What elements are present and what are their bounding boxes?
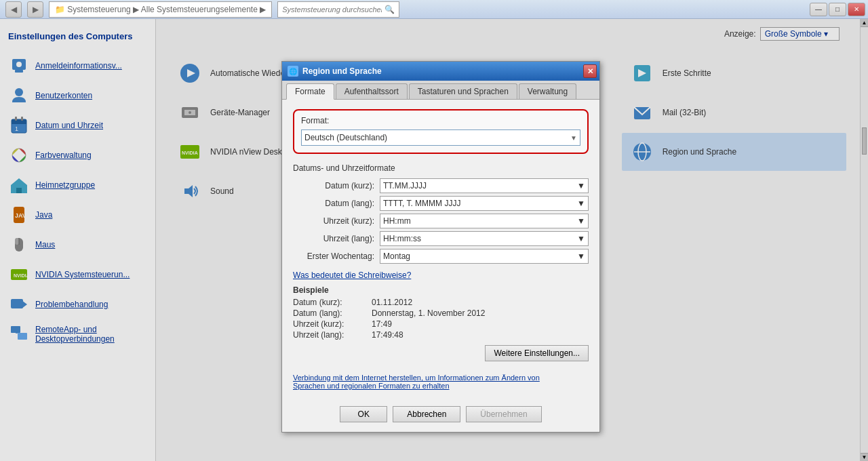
format-value: Deutsch (Deutschland) bbox=[304, 133, 387, 142]
dt-value-3: HH:mm:ss bbox=[383, 234, 421, 243]
format-select[interactable]: Deutsch (Deutschland) ▼ bbox=[301, 129, 580, 146]
example-row-0: Datum (kurz): 01.11.2012 bbox=[293, 298, 589, 307]
forward-button[interactable]: ▶ bbox=[27, 1, 43, 18]
dt-select-3[interactable]: HH:mm:ss ▼ bbox=[380, 231, 589, 246]
example-key-2: Uhrzeit (kurz): bbox=[293, 319, 361, 329]
abbrechen-button[interactable]: Abbrechen bbox=[393, 406, 460, 422]
format-arrow-icon: ▼ bbox=[570, 134, 577, 142]
address-part-1: Systemsteuerung ▶ Alle Systemsteuerungse… bbox=[67, 5, 266, 14]
format-section: Format: Deutsch (Deutschland) ▼ bbox=[293, 109, 589, 154]
dt-label-3: Uhrzeit (lang): bbox=[293, 234, 374, 243]
weiteres-row: Weitere Einstellungen... bbox=[293, 345, 589, 368]
dt-arrow-3: ▼ bbox=[577, 234, 585, 243]
search-box[interactable]: 🔍 bbox=[277, 1, 399, 18]
dt-arrow-0: ▼ bbox=[577, 181, 585, 191]
main-window: ◀ ▶ 📁 Systemsteuerung ▶ Alle Systemsteue… bbox=[0, 0, 868, 461]
search-icon: 🔍 bbox=[384, 5, 395, 14]
dialog-overlay: 🌐 Region und Sprache ✕ Formate Aufenthal… bbox=[0, 19, 868, 461]
dt-row-1: Datum (lang): TTTT, T. MMMM JJJJ ▼ bbox=[293, 196, 589, 211]
search-input[interactable] bbox=[282, 5, 382, 14]
dialog-footer: OK Abbrechen Übernehmen bbox=[282, 399, 599, 432]
dialog-titlebar-left: 🌐 Region und Sprache bbox=[288, 66, 382, 77]
dt-row-2: Uhrzeit (kurz): HH:mm ▼ bbox=[293, 214, 589, 228]
tab-aufenthalt[interactable]: Aufenthaltssort bbox=[336, 83, 408, 99]
dialog-title-icon: 🌐 bbox=[288, 66, 298, 77]
dt-arrow-4: ▼ bbox=[577, 252, 585, 261]
address-folder-icon: 📁 bbox=[55, 5, 65, 14]
region-dialog: 🌐 Region und Sprache ✕ Formate Aufenthal… bbox=[281, 61, 600, 433]
dt-select-0[interactable]: TT.MM.JJJJ ▼ bbox=[380, 178, 589, 193]
example-key-3: Uhrzeit (lang): bbox=[293, 330, 361, 340]
format-label: Format: bbox=[301, 116, 580, 125]
example-key-0: Datum (kurz): bbox=[293, 298, 361, 307]
example-val-0: 01.11.2012 bbox=[372, 298, 412, 307]
section-title: Datums- und Uhrzeitformate bbox=[293, 163, 589, 173]
example-val-1: Donnerstag, 1. November 2012 bbox=[372, 308, 485, 318]
tab-verwaltung[interactable]: Verwaltung bbox=[519, 83, 576, 99]
dt-label-2: Uhrzeit (kurz): bbox=[293, 216, 374, 226]
dialog-tabs: Formate Aufenthaltssort Tastaturen und S… bbox=[282, 81, 599, 100]
dt-label-0: Datum (kurz): bbox=[293, 181, 374, 191]
dt-value-2: HH:mm bbox=[383, 216, 411, 226]
dt-row-0: Datum (kurz): TT.MM.JJJJ ▼ bbox=[293, 178, 589, 193]
example-val-2: 17:49 bbox=[372, 319, 392, 329]
address-bar[interactable]: 📁 Systemsteuerung ▶ Alle Systemsteuerung… bbox=[49, 1, 272, 18]
dt-value-1: TTTT, T. MMMM JJJJ bbox=[383, 199, 460, 208]
ok-button[interactable]: OK bbox=[340, 406, 387, 422]
internet-link[interactable]: Verbindung mit dem Internet herstellen, … bbox=[293, 374, 589, 390]
ubernehmen-button[interactable]: Übernehmen bbox=[466, 406, 541, 422]
datetime-grid: Datum (kurz): TT.MM.JJJJ ▼ Datum (lang):… bbox=[293, 178, 589, 264]
dialog-close-button[interactable]: ✕ bbox=[583, 64, 597, 78]
dt-select-2[interactable]: HH:mm ▼ bbox=[380, 214, 589, 228]
dialog-body: Format: Deutsch (Deutschland) ▼ Datums- … bbox=[282, 100, 599, 399]
dt-arrow-2: ▼ bbox=[577, 216, 585, 226]
title-bar-controls: — □ ✕ bbox=[810, 3, 865, 16]
dt-arrow-1: ▼ bbox=[577, 199, 585, 208]
dt-value-4: Montag bbox=[383, 252, 410, 261]
minimize-button[interactable]: — bbox=[810, 3, 827, 16]
title-bar: ◀ ▶ 📁 Systemsteuerung ▶ Alle Systemsteue… bbox=[0, 0, 868, 19]
example-key-1: Datum (lang): bbox=[293, 308, 361, 318]
examples-title: Beispiele bbox=[293, 285, 589, 295]
maximize-button[interactable]: □ bbox=[829, 3, 846, 16]
dt-label-1: Datum (lang): bbox=[293, 199, 374, 208]
dialog-titlebar: 🌐 Region und Sprache ✕ bbox=[282, 62, 599, 81]
tab-formate[interactable]: Formate bbox=[286, 83, 334, 100]
main-content: Einstellungen des Computers Anmeldeinfor… bbox=[0, 19, 868, 461]
example-row-1: Datum (lang): Donnerstag, 1. November 20… bbox=[293, 308, 589, 318]
dt-select-4[interactable]: Montag ▼ bbox=[380, 249, 589, 264]
dt-row-4: Erster Wochentag: Montag ▼ bbox=[293, 249, 589, 264]
example-row-3: Uhrzeit (lang): 17:49:48 bbox=[293, 330, 589, 340]
dt-select-1[interactable]: TTTT, T. MMMM JJJJ ▼ bbox=[380, 196, 589, 211]
back-button[interactable]: ◀ bbox=[5, 1, 22, 18]
schreibweise-link[interactable]: Was bedeutet die Schreibweise? bbox=[293, 270, 589, 280]
title-bar-left: ◀ ▶ 📁 Systemsteuerung ▶ Alle Systemsteue… bbox=[5, 1, 399, 18]
dt-value-0: TT.MM.JJJJ bbox=[383, 181, 427, 191]
dialog-title: Region und Sprache bbox=[302, 66, 382, 76]
example-row-2: Uhrzeit (kurz): 17:49 bbox=[293, 319, 589, 329]
weiteres-button[interactable]: Weitere Einstellungen... bbox=[485, 345, 589, 361]
dt-label-4: Erster Wochentag: bbox=[293, 252, 374, 261]
dt-row-3: Uhrzeit (lang): HH:mm:ss ▼ bbox=[293, 231, 589, 246]
examples-section: Beispiele Datum (kurz): 01.11.2012 Datum… bbox=[293, 285, 589, 340]
close-button[interactable]: ✕ bbox=[848, 3, 865, 16]
example-val-3: 17:49:48 bbox=[372, 330, 403, 340]
tab-tastaturen[interactable]: Tastaturen und Sprachen bbox=[409, 83, 517, 99]
